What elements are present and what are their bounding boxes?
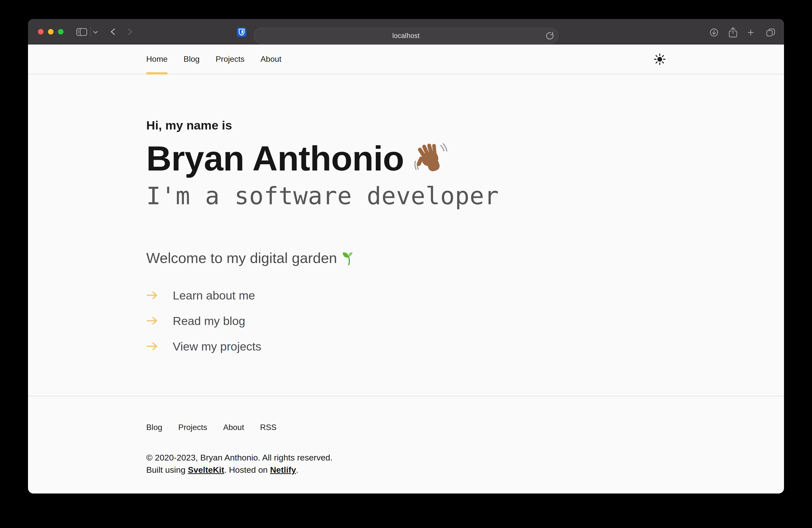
- theme-toggle-button[interactable]: [654, 53, 666, 65]
- nav-item-home[interactable]: Home: [146, 44, 168, 74]
- arrow-right-icon: [146, 342, 158, 351]
- zoom-window-button[interactable]: [58, 29, 63, 34]
- waving-hand-emoji: [415, 142, 448, 175]
- close-window-button[interactable]: [38, 29, 44, 34]
- footer-link-rss[interactable]: RSS: [260, 423, 276, 432]
- site-footer: Blog Projects About RSS © 2020-2023, Bry…: [28, 396, 784, 494]
- cta-learn-about-me[interactable]: Learn about me: [146, 289, 666, 302]
- window-controls: [38, 29, 63, 34]
- tab-overview-icon[interactable]: [766, 28, 775, 37]
- webpage: Home Blog Projects About: [28, 44, 784, 494]
- chevron-down-icon[interactable]: [93, 31, 98, 34]
- back-icon[interactable]: [110, 29, 115, 35]
- forward-icon[interactable]: [128, 29, 133, 35]
- name-heading-row: Bryan Anthonio: [146, 139, 666, 178]
- line-period: .: [296, 465, 298, 474]
- sidebar-toggle-icon[interactable]: [76, 28, 87, 36]
- copyright-line: © 2020-2023, Bryan Anthonio. All rights …: [146, 452, 666, 464]
- nav-item-blog-label: Blog: [184, 55, 200, 64]
- hosted-middle: . Hosted on: [224, 465, 270, 474]
- new-tab-icon[interactable]: [748, 29, 754, 35]
- main-content: Hi, my name is Bryan Anthonio: [28, 74, 784, 396]
- nav-item-about-label: About: [261, 55, 281, 64]
- footer-link-about[interactable]: About: [223, 423, 244, 432]
- site-navbar: Home Blog Projects About: [28, 44, 784, 74]
- refresh-icon[interactable]: [545, 31, 554, 40]
- minimize-window-button[interactable]: [48, 29, 54, 34]
- address-bar-url: localhost: [392, 32, 420, 40]
- cta-label: Learn about me: [173, 289, 255, 302]
- share-icon[interactable]: [728, 27, 738, 38]
- cta-read-my-blog[interactable]: Read my blog: [146, 314, 666, 327]
- footer-link-blog[interactable]: Blog: [146, 423, 162, 432]
- cta-view-my-projects[interactable]: View my projects: [146, 340, 666, 353]
- sun-icon: [654, 53, 666, 65]
- netlify-link[interactable]: Netlify: [270, 465, 296, 474]
- arrow-right-icon: [146, 316, 158, 325]
- downloads-icon[interactable]: [710, 28, 718, 37]
- footer-link-projects[interactable]: Projects: [178, 423, 207, 432]
- cta-label: Read my blog: [173, 314, 245, 328]
- bitwarden-extension-icon[interactable]: [237, 28, 246, 37]
- tagline-heading: I'm a software developer: [146, 183, 666, 209]
- desktop-background: { "browser": { "address": "localhost", "…: [0, 0, 812, 528]
- greeting-heading: Hi, my name is: [146, 118, 666, 132]
- welcome-row: Welcome to my digital garden: [146, 249, 666, 267]
- built-with-line: Built using SvelteKit. Hosted on Netlify…: [146, 464, 666, 476]
- nav-item-home-label: Home: [146, 55, 168, 64]
- browser-window: localhost: [28, 19, 784, 494]
- welcome-text: Welcome to my digital garden: [146, 249, 337, 267]
- built-prefix: Built using: [146, 465, 188, 474]
- legal-text: © 2020-2023, Bryan Anthonio. All rights …: [146, 452, 666, 476]
- nav-item-about[interactable]: About: [261, 44, 281, 74]
- nav-item-projects[interactable]: Projects: [216, 44, 245, 74]
- cta-link-list: Learn about me Read my blog: [146, 289, 666, 353]
- footer-link-list: Blog Projects About RSS: [146, 423, 666, 432]
- page-title: Bryan Anthonio: [146, 139, 404, 178]
- nav-item-projects-label: Projects: [216, 55, 245, 64]
- sveltekit-link[interactable]: SvelteKit: [188, 465, 224, 474]
- seedling-emoji: [342, 250, 357, 266]
- toolbar-divider: [90, 27, 91, 36]
- nav-item-blog[interactable]: Blog: [184, 44, 200, 74]
- address-bar[interactable]: localhost: [254, 28, 558, 44]
- arrow-right-icon: [146, 291, 158, 300]
- cta-label: View my projects: [173, 339, 261, 353]
- browser-toolbar: localhost: [28, 19, 784, 44]
